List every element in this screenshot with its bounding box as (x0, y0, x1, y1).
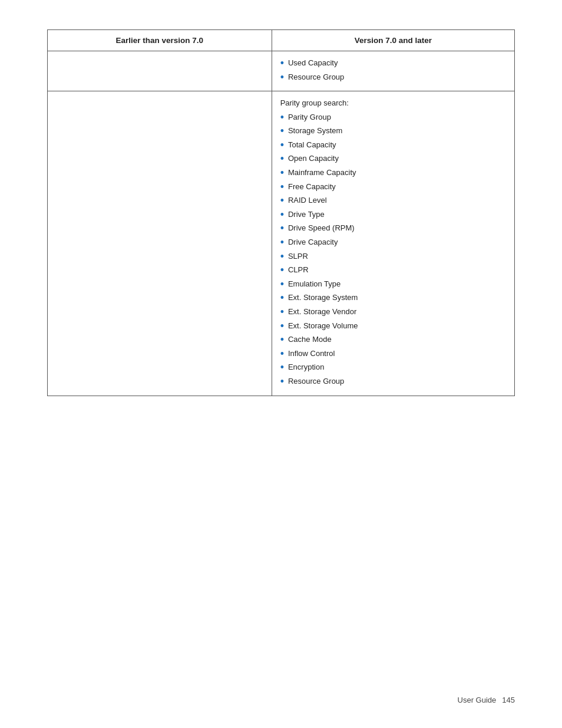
list-item: • Encryption (280, 361, 506, 374)
footer-text: User Guide 145 (458, 696, 515, 704)
item-label: RAID Level (288, 195, 327, 206)
item-label: Inflow Control (288, 348, 335, 360)
item-label: Mainframe Capacity (288, 167, 356, 179)
bullet-icon: • (280, 306, 284, 319)
bullet-icon: • (280, 375, 284, 388)
bullet-icon: • (280, 71, 284, 84)
list-item: • Ext. Storage System (280, 292, 506, 305)
parity-group-label: Parity group search: (280, 97, 506, 109)
list-item: • Cache Mode (280, 334, 506, 347)
item-label: Total Capacity (288, 139, 336, 151)
item-label: Encryption (288, 361, 324, 373)
footer-label: User Guide (458, 696, 497, 704)
list-item: • Storage System (280, 125, 506, 138)
bullet-icon: • (280, 236, 284, 249)
list-item: • Free Capacity (280, 181, 506, 194)
page-footer: User Guide 145 (458, 696, 515, 704)
item-label: Used Capacity (288, 57, 338, 69)
item-label: CLPR (288, 264, 309, 276)
list-item: • Drive Capacity (280, 236, 506, 249)
item-label: SLPR (288, 251, 308, 262)
footer-page-number: 145 (502, 696, 515, 704)
list-item: • RAID Level (280, 195, 506, 207)
list-item: • Inflow Control (280, 348, 506, 361)
item-label: Resource Group (288, 375, 344, 387)
item-label: Emulation Type (288, 278, 340, 290)
list-item: • Parity Group (280, 111, 506, 124)
comparison-table: Earlier than version 7.0 Version 7.0 and… (47, 29, 515, 396)
bullet-icon: • (280, 320, 284, 333)
item-label: Drive Speed (RPM) (288, 222, 355, 234)
bullet-icon: • (280, 264, 284, 277)
item-label: Drive Type (288, 209, 325, 220)
bullet-icon: • (280, 278, 284, 291)
bullet-icon: • (280, 181, 284, 194)
bullet-icon: • (280, 348, 284, 361)
list-item: • CLPR (280, 264, 506, 277)
item-label: Ext. Storage Volume (288, 320, 358, 332)
list-item: • Total Capacity (280, 139, 506, 152)
bullet-icon: • (280, 167, 284, 180)
item-label: Drive Capacity (288, 236, 338, 248)
bullet-icon: • (280, 222, 284, 235)
page-content: Earlier than version 7.0 Version 7.0 and… (0, 0, 562, 431)
bullet-icon: • (280, 111, 284, 124)
row2-right-cell: Parity group search: • Parity Group • St… (272, 91, 514, 396)
col-right-header: Version 7.0 and later (272, 30, 514, 51)
item-label: Cache Mode (288, 334, 332, 345)
item-label: Open Capacity (288, 153, 339, 164)
bullet-icon: • (280, 57, 284, 70)
list-item: • Drive Type (280, 209, 506, 222)
list-item: • Open Capacity (280, 153, 506, 166)
row2-left-cell (48, 91, 272, 396)
list-item: • Ext. Storage Volume (280, 320, 506, 333)
bullet-icon: • (280, 125, 284, 138)
row1-bullet-list: • Used Capacity • Resource Group (280, 57, 506, 84)
bullet-icon: • (280, 139, 284, 152)
row1-right-cell: • Used Capacity • Resource Group (272, 51, 514, 91)
table-row: • Used Capacity • Resource Group (48, 51, 515, 91)
row1-left-cell (48, 51, 272, 91)
list-item: • Used Capacity (280, 57, 506, 70)
bullet-icon: • (280, 195, 284, 207)
row2-bullet-list: • Parity Group • Storage System • Total … (280, 111, 506, 388)
item-label: Parity Group (288, 111, 331, 123)
item-label: Resource Group (288, 71, 344, 83)
col-left-header: Earlier than version 7.0 (48, 30, 272, 51)
bullet-icon: • (280, 292, 284, 305)
bullet-icon: • (280, 251, 284, 263)
item-label: Ext. Storage Vendor (288, 306, 356, 318)
bullet-icon: • (280, 209, 284, 222)
item-label: Free Capacity (288, 181, 336, 193)
list-item: • Emulation Type (280, 278, 506, 291)
bullet-icon: • (280, 153, 284, 166)
list-item: • Resource Group (280, 71, 506, 84)
list-item: • Resource Group (280, 375, 506, 388)
bullet-icon: • (280, 334, 284, 347)
list-item: • Ext. Storage Vendor (280, 306, 506, 319)
item-label: Storage System (288, 125, 343, 137)
list-item: • Drive Speed (RPM) (280, 222, 506, 235)
list-item: • Mainframe Capacity (280, 167, 506, 180)
list-item: • SLPR (280, 251, 506, 263)
item-label: Ext. Storage System (288, 292, 358, 304)
bullet-icon: • (280, 361, 284, 374)
table-row: Parity group search: • Parity Group • St… (48, 91, 515, 396)
